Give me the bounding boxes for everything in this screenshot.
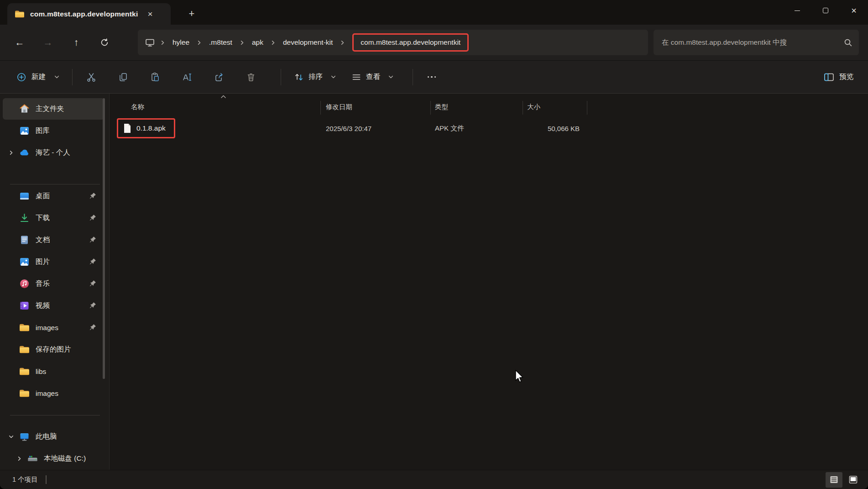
rename-button[interactable]	[177, 68, 198, 87]
breadcrumb-item[interactable]: apk	[250, 36, 265, 49]
breadcrumb-item[interactable]: .m8test	[207, 36, 234, 49]
pictures-icon	[19, 257, 30, 267]
column-header-size[interactable]: 大小	[523, 98, 587, 116]
sidebar-item-pictures[interactable]: 图片	[3, 251, 105, 273]
trash-icon	[246, 72, 256, 82]
column-header-row: 名称 修改日期 类型 大小	[110, 98, 868, 116]
sidebar-item-label: 下载	[36, 213, 50, 223]
share-button[interactable]	[209, 68, 230, 87]
delete-button[interactable]	[241, 68, 261, 87]
sidebar-item-label: images	[36, 324, 58, 332]
column-header-name[interactable]: 名称	[110, 98, 320, 116]
documents-icon	[19, 235, 30, 245]
details-view-icon	[830, 476, 838, 484]
drive-icon	[27, 453, 38, 464]
sidebar-item-music[interactable]: 音乐	[3, 273, 105, 294]
cut-button[interactable]	[81, 68, 102, 87]
more-options-button[interactable]	[421, 68, 442, 87]
sidebar-item-videos[interactable]: 视频	[3, 295, 105, 316]
breadcrumb-item-current[interactable]: com.m8test.app.developmentkit	[361, 38, 460, 46]
music-icon	[19, 279, 30, 289]
sidebar-item-this-pc[interactable]: 此电脑	[3, 426, 105, 447]
thumbnail-view-button[interactable]	[845, 472, 862, 488]
explorer-tab[interactable]: com.m8test.app.developmentkit ×	[7, 3, 171, 25]
pin-icon	[89, 280, 96, 288]
sidebar-scrollbar[interactable]	[103, 98, 105, 379]
new-button[interactable]: 新建	[12, 68, 64, 86]
breadcrumb-item[interactable]: development-kit	[281, 36, 335, 49]
sort-button[interactable]: 排序	[289, 68, 340, 86]
pin-icon	[89, 236, 96, 244]
status-divider	[46, 475, 47, 484]
sidebar-item-onedrive[interactable]: 海艺 - 个人	[3, 142, 105, 163]
sidebar-item-label: 海艺 - 个人	[36, 148, 70, 158]
column-divider[interactable]	[587, 101, 587, 115]
sidebar-item-gallery[interactable]: 图库	[3, 120, 105, 142]
minimize-button[interactable]	[783, 0, 811, 21]
breadcrumb-item[interactable]: hylee	[171, 36, 191, 49]
back-button[interactable]: ←	[10, 33, 29, 52]
maximize-button[interactable]	[811, 0, 840, 21]
folder-icon	[15, 10, 25, 18]
chevron-down-icon[interactable]	[3, 434, 19, 439]
paste-icon	[150, 72, 160, 82]
tab-title: com.m8test.app.developmentkit	[30, 10, 138, 18]
computer-icon	[19, 431, 30, 442]
chevron-right-icon[interactable]	[11, 456, 27, 461]
paste-button[interactable]	[145, 68, 166, 87]
column-divider[interactable]	[430, 101, 431, 115]
maximize-icon	[823, 8, 828, 13]
pin-icon	[89, 324, 96, 331]
sidebar-item-home[interactable]: 主文件夹	[3, 98, 105, 120]
sidebar-item-desktop[interactable]: 桌面	[3, 185, 105, 207]
sidebar-divider	[10, 415, 100, 415]
view-button[interactable]: 查看	[347, 68, 398, 86]
item-count: 1 个项目	[12, 475, 38, 484]
file-size: 50,066 KB	[523, 125, 587, 132]
search-box[interactable]	[654, 30, 859, 55]
new-button-label: 新建	[31, 72, 46, 82]
sidebar-item-local-disk-c[interactable]: 本地磁盘 (C:)	[11, 448, 105, 469]
gallery-icon	[19, 126, 30, 136]
breadcrumb[interactable]: hylee .m8test apk development-kit com.m8…	[138, 30, 648, 55]
toolbar-divider	[413, 69, 413, 85]
column-header-modified[interactable]: 修改日期	[320, 98, 430, 116]
sidebar-item-images[interactable]: images	[3, 317, 105, 338]
chevron-right-icon	[240, 40, 245, 45]
folder-icon	[19, 322, 30, 333]
pin-icon	[89, 258, 96, 266]
new-tab-button[interactable]: +	[183, 5, 200, 22]
sidebar-item-images-2[interactable]: images	[3, 383, 105, 404]
file-name[interactable]: 0.1.8.apk	[136, 124, 166, 132]
chevron-down-icon	[388, 74, 393, 79]
sort-button-label: 排序	[309, 72, 323, 82]
file-list-pane: 名称 修改日期 类型 大小 0.1.8.apk	[110, 94, 868, 470]
column-header-type[interactable]: 类型	[430, 98, 523, 116]
search-input[interactable]	[662, 38, 844, 47]
address-bar: ← → ↑ hylee .m8test apk development-kit	[0, 25, 868, 60]
sidebar-item-documents[interactable]: 文档	[3, 229, 105, 251]
sidebar-item-label: 本地磁盘 (C:)	[44, 454, 86, 463]
column-divider[interactable]	[320, 101, 321, 115]
folder-icon	[19, 388, 30, 399]
close-button[interactable]: ×	[840, 0, 868, 21]
refresh-button[interactable]	[95, 33, 114, 52]
copy-button[interactable]	[113, 68, 134, 87]
file-row[interactable]: 0.1.8.apk 2025/6/3 20:47 APK 文件 50,066 K…	[110, 116, 868, 141]
sidebar-item-saved-pictures[interactable]: 保存的图片	[3, 339, 105, 360]
details-view-button[interactable]	[826, 472, 842, 488]
preview-button[interactable]: 预览	[819, 68, 858, 86]
up-button[interactable]: ↑	[67, 33, 86, 52]
chevron-right-icon	[160, 40, 165, 45]
onedrive-cloud-icon	[19, 147, 30, 158]
close-tab-icon[interactable]: ×	[143, 7, 157, 21]
chevron-right-icon[interactable]	[3, 150, 19, 155]
chevron-right-icon	[340, 40, 345, 45]
forward-button[interactable]: →	[38, 33, 58, 52]
monitor-icon	[145, 38, 155, 47]
column-divider[interactable]	[523, 101, 523, 115]
sidebar-item-libs[interactable]: libs	[3, 361, 105, 382]
navigation-sidebar: 主文件夹 图库 海艺 - 个人	[0, 94, 110, 470]
sidebar-item-downloads[interactable]: 下载	[3, 207, 105, 229]
preview-pane-icon	[824, 73, 834, 82]
